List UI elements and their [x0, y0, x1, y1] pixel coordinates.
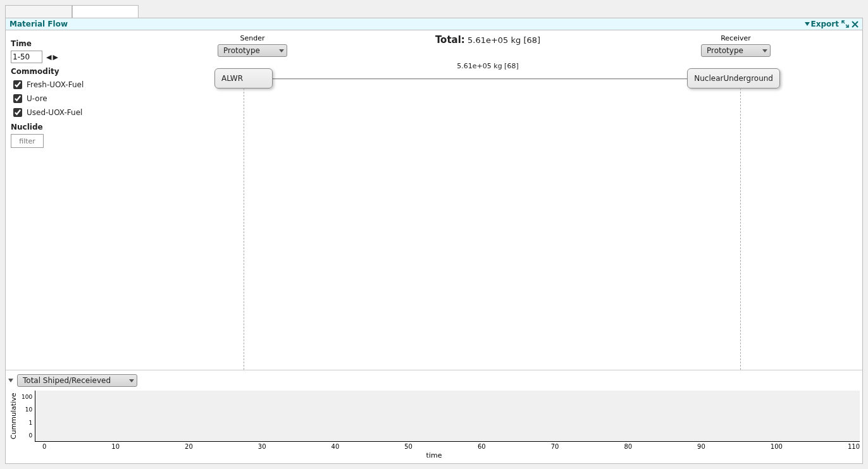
commodity-checkbox-used-uox[interactable]: [13, 108, 22, 117]
sender-guideline: [244, 88, 244, 370]
receiver-dropdown-label: Prototype: [707, 46, 757, 55]
close-icon[interactable]: [852, 21, 859, 28]
panel-header: Material Flow Export: [6, 18, 862, 30]
chart-ylabel: Cummulative: [8, 391, 19, 442]
xtick: 70: [551, 443, 559, 450]
xtick: 90: [697, 443, 705, 450]
receiver-column: Receiver Prototype: [685, 34, 786, 57]
edge-line: [273, 78, 702, 80]
nuclide-filter-input[interactable]: [11, 134, 44, 148]
chart-yaxis: 100 10 1 0: [19, 391, 35, 442]
ytick: 1: [22, 420, 32, 426]
export-menu[interactable]: Export: [805, 20, 839, 28]
tab-placeholder-1[interactable]: [5, 5, 72, 18]
commodity-row: Fresh-UOX-Fuel: [11, 78, 108, 91]
time-prev-button[interactable]: ◀: [46, 54, 51, 61]
sidebar: Time ◀ ▶ Commodity Fresh-UOX-Fuel U-ore: [6, 30, 113, 370]
chart: Cummulative 100 10 1 0: [8, 391, 860, 442]
commodity-checkbox-u-ore[interactable]: [13, 94, 22, 103]
commodity-label: Fresh-UOX-Fuel: [27, 80, 84, 89]
commodity-row: Used-UOX-Fuel: [11, 106, 108, 119]
lower-toolbar: Total Shiped/Receieved: [8, 373, 860, 388]
total-value: 5.61e+05 kg [68]: [468, 35, 540, 45]
sender-node[interactable]: ALWR: [214, 68, 273, 88]
chart-xaxis: 0 10 20 30 40 50 60 70 80 90 100 110: [42, 442, 860, 450]
chevron-down-icon: [279, 49, 284, 52]
xtick: 0: [42, 443, 46, 450]
time-input[interactable]: [11, 51, 42, 63]
chart-mode-dropdown[interactable]: Total Shiped/Receieved: [17, 374, 137, 387]
tabs-strip: [5, 5, 863, 18]
tab-placeholder-2[interactable]: [72, 5, 139, 18]
receiver-heading: Receiver: [685, 34, 786, 42]
collapse-icon[interactable]: [8, 379, 13, 382]
total-label: Total:: [435, 34, 465, 46]
export-label: Export: [811, 20, 839, 28]
time-row: ◀ ▶: [11, 51, 108, 63]
xtick: 30: [258, 443, 266, 450]
flow-area: Sender Prototype Total: 5.61e+05 kg [68]…: [113, 30, 862, 370]
xtick: 50: [404, 443, 412, 450]
chart-xlabel: time: [8, 451, 860, 460]
ytick: 0: [22, 432, 32, 439]
sender-dropdown-label: Prototype: [223, 46, 274, 55]
receiver-node[interactable]: NuclearUnderground: [687, 68, 780, 88]
sender-node-label: ALWR: [221, 74, 243, 83]
expand-icon[interactable]: [841, 20, 849, 28]
chevron-down-icon: [129, 379, 134, 382]
receiver-node-label: NuclearUnderground: [694, 74, 773, 83]
commodity-checkbox-fresh-uox[interactable]: [13, 80, 22, 89]
chart-plot-area[interactable]: [35, 391, 860, 442]
panel-body: Time ◀ ▶ Commodity Fresh-UOX-Fuel U-ore: [6, 30, 862, 463]
xtick: 10: [111, 443, 120, 450]
upper-section: Time ◀ ▶ Commodity Fresh-UOX-Fuel U-ore: [6, 30, 862, 370]
nuclide-heading: Nuclide: [11, 123, 108, 131]
ytick: 100: [22, 394, 32, 400]
xtick: 100: [771, 443, 783, 450]
material-flow-panel: Material Flow Export Time ◀ ▶: [5, 18, 863, 464]
sender-dropdown[interactable]: Prototype: [218, 44, 287, 57]
time-next-button[interactable]: ▶: [53, 54, 58, 61]
xtick: 60: [478, 443, 486, 450]
receiver-guideline: [740, 88, 741, 370]
xtick: 20: [185, 443, 193, 450]
xtick: 80: [624, 443, 632, 450]
chevron-down-icon: [805, 22, 810, 26]
time-heading: Time: [11, 39, 108, 48]
xtick: 110: [848, 443, 860, 450]
commodity-label: U-ore: [27, 94, 47, 103]
ytick: 10: [22, 406, 32, 413]
chart-mode-label: Total Shiped/Receieved: [23, 376, 124, 385]
commodity-row: U-ore: [11, 92, 108, 105]
commodity-heading: Commodity: [11, 67, 108, 76]
commodity-label: Used-UOX-Fuel: [27, 108, 82, 117]
panel-title: Material Flow: [9, 20, 68, 28]
receiver-dropdown[interactable]: Prototype: [701, 44, 771, 57]
lower-section: Total Shiped/Receieved Cummulative 100 1…: [6, 370, 862, 463]
chevron-down-icon: [762, 49, 767, 52]
xtick: 40: [332, 443, 340, 450]
